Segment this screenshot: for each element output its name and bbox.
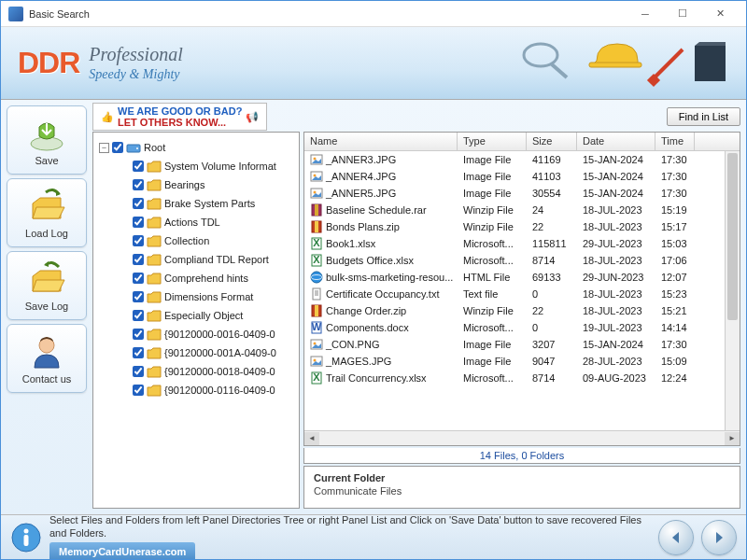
- tree-item[interactable]: Dimensions Format: [97, 287, 295, 306]
- tree-item-label: Bearings: [164, 179, 204, 190]
- tree-checkbox[interactable]: [133, 347, 144, 358]
- nav-back-button[interactable]: [658, 520, 694, 555]
- file-size: 41169: [527, 153, 577, 166]
- tree-item[interactable]: Bearings: [97, 175, 295, 194]
- tree-item[interactable]: {90120000-001A-0409-0: [97, 343, 295, 362]
- tree-checkbox[interactable]: [133, 217, 144, 228]
- file-xls-icon: X: [310, 254, 323, 267]
- tree-item[interactable]: Especially Object: [97, 306, 295, 325]
- tree-checkbox[interactable]: [133, 273, 144, 284]
- file-row[interactable]: _ANNER5.JPGImage File3055415-JAN-202417:…: [304, 185, 725, 202]
- tree-checkbox[interactable]: [133, 291, 144, 302]
- tree-checkbox[interactable]: [133, 161, 144, 172]
- tree-root-checkbox[interactable]: [112, 142, 123, 153]
- file-time: 15:23: [655, 287, 695, 301]
- file-row[interactable]: XTrail Concurrency.xlsxMicrosoft...87140…: [304, 370, 725, 386]
- file-size: 24: [527, 203, 577, 217]
- file-row[interactable]: _CON.PNGImage File320715-JAN-202417:30: [304, 336, 725, 353]
- tree-item[interactable]: Brake System Parts: [97, 194, 295, 213]
- file-row[interactable]: Change Order.zipWinzip File2218-JUL-2023…: [304, 302, 725, 319]
- file-row[interactable]: _MAGES.JPGImage File904728-JUL-202315:09: [304, 353, 725, 370]
- file-img-icon: [310, 338, 323, 351]
- tree-item-label: Comprehend hints: [164, 273, 248, 284]
- col-date[interactable]: Date: [577, 133, 655, 150]
- file-zip-icon: [310, 220, 323, 233]
- file-row[interactable]: XBook1.xlsxMicrosoft...11581129-JUL-2023…: [304, 235, 725, 252]
- banner-art: [485, 35, 727, 92]
- col-name[interactable]: Name: [304, 133, 458, 150]
- tree-item-label: {90120000-0018-0409-0: [164, 366, 275, 377]
- svg-line-3: [653, 49, 683, 79]
- tree-checkbox[interactable]: [133, 385, 144, 396]
- file-type: Image File: [458, 355, 527, 368]
- tree-checkbox[interactable]: [133, 235, 144, 246]
- file-row[interactable]: Baseline Schedule.rarWinzip File2418-JUL…: [304, 202, 725, 218]
- file-row[interactable]: _ANNER4.JPGImage File4110315-JAN-202417:…: [304, 168, 725, 185]
- file-row[interactable]: bulk-sms-marketing-resou...HTML File6913…: [304, 269, 725, 286]
- find-in-list-button[interactable]: Find in List: [667, 107, 740, 126]
- folder-icon: [147, 310, 162, 322]
- rate-us-banner[interactable]: 👍 WE ARE GOOD OR BAD? LET OTHERS KNOW...…: [92, 103, 267, 131]
- file-row[interactable]: _ANNER3.JPGImage File4116915-JAN-202417:…: [304, 151, 725, 168]
- tree-panel[interactable]: − Root System Volume InformatBearingsBra…: [92, 132, 300, 509]
- status-count: 14 Files, 0 Folders: [303, 448, 740, 464]
- tree-item[interactable]: Comprehend hints: [97, 269, 295, 287]
- tree-item-label: Compliand TDL Report: [164, 254, 269, 265]
- minimize-button[interactable]: ─: [627, 3, 664, 25]
- file-size: 115811: [527, 237, 577, 250]
- savelog-icon: [27, 259, 66, 299]
- svg-point-0: [524, 44, 557, 66]
- horizontal-scrollbar[interactable]: ◄ ►: [304, 430, 740, 445]
- tree-item-label: Especially Object: [164, 310, 243, 321]
- tree-item[interactable]: {90120000-0016-0409-0: [97, 325, 295, 343]
- tree-checkbox[interactable]: [133, 366, 144, 377]
- file-txt-icon: [310, 287, 323, 301]
- tree-checkbox[interactable]: [133, 179, 144, 190]
- close-button[interactable]: ✕: [701, 3, 739, 25]
- vertical-scrollbar[interactable]: [725, 151, 740, 430]
- file-type: Microsoft...: [458, 371, 527, 385]
- save-icon: [27, 114, 66, 153]
- tree-checkbox[interactable]: [133, 198, 144, 209]
- file-row[interactable]: Certificate Occupancy.txtText file018-JU…: [304, 286, 725, 302]
- tree-item[interactable]: {90120000-0018-0409-0: [97, 362, 295, 381]
- tree-root[interactable]: − Root: [97, 138, 295, 157]
- tree-item[interactable]: System Volume Informat: [97, 157, 295, 175]
- col-time[interactable]: Time: [655, 133, 695, 150]
- file-row[interactable]: XBudgets Office.xlsxMicrosoft...871418-J…: [304, 252, 725, 269]
- svg-rect-16: [315, 204, 318, 216]
- tree-checkbox[interactable]: [133, 310, 144, 321]
- collapse-icon[interactable]: −: [99, 143, 109, 153]
- file-row[interactable]: Bonds Plans.zipWinzip File2218-JUL-20231…: [304, 218, 725, 235]
- tree-item[interactable]: Collection: [97, 231, 295, 250]
- file-name: bulk-sms-marketing-resou...: [326, 272, 453, 283]
- list-header: Name Type Size Date Time: [304, 133, 740, 151]
- tree-checkbox[interactable]: [133, 254, 144, 265]
- tree-item[interactable]: Compliand TDL Report: [97, 250, 295, 269]
- tree-item[interactable]: {90120000-0116-0409-0: [97, 381, 295, 399]
- scroll-left-icon[interactable]: ◄: [304, 432, 319, 445]
- file-img-icon: [310, 355, 323, 368]
- col-type[interactable]: Type: [458, 133, 527, 150]
- file-row[interactable]: WComponents.docxMicrosoft...019-JUL-2023…: [304, 319, 725, 336]
- tree-checkbox[interactable]: [133, 329, 144, 340]
- load-icon: [27, 187, 66, 226]
- file-name: Certificate Occupancy.txt: [326, 288, 439, 300]
- col-size[interactable]: Size: [527, 133, 577, 150]
- list-body[interactable]: _ANNER3.JPGImage File4116915-JAN-202417:…: [304, 151, 725, 430]
- tree-item-label: Dimensions Format: [164, 291, 253, 302]
- sidebar-savelog-button[interactable]: Save Log: [7, 251, 87, 320]
- maximize-button[interactable]: ☐: [664, 3, 701, 25]
- file-type: Microsoft...: [458, 237, 527, 250]
- tree-item[interactable]: Actions TDL: [97, 213, 295, 231]
- sidebar-contact-button[interactable]: Contact us: [7, 324, 87, 393]
- tree-item-label: {90120000-001A-0409-0: [164, 347, 276, 358]
- sidebar-load-button[interactable]: Load Log: [7, 178, 87, 247]
- file-zip-icon: [310, 304, 323, 317]
- website-link[interactable]: MemoryCardUnerase.com: [49, 542, 195, 560]
- file-type: Image File: [458, 338, 527, 351]
- sidebar-label: Save: [35, 155, 58, 166]
- nav-forward-button[interactable]: [701, 520, 737, 555]
- sidebar-save-button[interactable]: Save: [7, 105, 87, 175]
- scroll-right-icon[interactable]: ►: [725, 432, 740, 445]
